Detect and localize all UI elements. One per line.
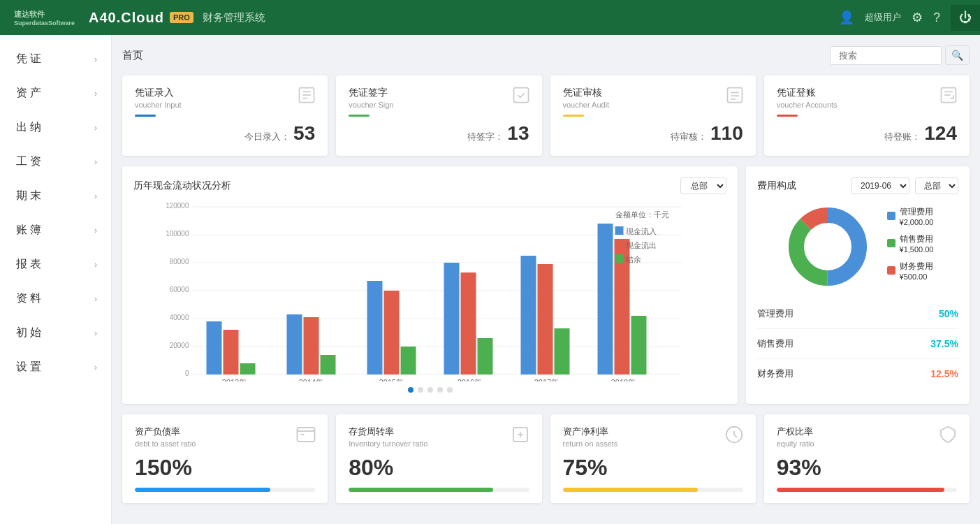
user-icon: 👤 — [839, 10, 854, 25]
nav-dot-4[interactable] — [437, 387, 443, 393]
bottom-card-asset-ratio[interactable]: 资产负债率 debt to asset ratio 150% — [122, 414, 328, 503]
logo: 速达软件 SuperdatasSoftware — [14, 9, 75, 27]
chevron-right-icon: › — [94, 191, 97, 201]
bar — [287, 314, 302, 374]
card-count: 待签字：13 — [349, 122, 529, 145]
nav-dot-2[interactable] — [418, 387, 423, 393]
card-count: 今日录入：53 — [135, 122, 315, 145]
card-icon — [725, 85, 745, 107]
bottom-card-title: 存货周转率 — [349, 425, 529, 438]
breadcrumb: 首页 — [122, 49, 143, 62]
donut-legend: 管理费用 ¥2,000.00 销售费用 ¥1,500.00 — [887, 206, 934, 288]
sidebar-label-cashier: 出 纳 — [16, 120, 41, 135]
bottom-card-title: 产权比率 — [777, 425, 957, 438]
legend-box-finance — [887, 266, 895, 275]
bar — [444, 263, 460, 374]
bottom-card-icon — [510, 424, 531, 447]
sidebar-item-period-end[interactable]: 期 末 › — [0, 179, 111, 213]
bar — [631, 316, 647, 374]
chevron-right-icon: › — [94, 294, 97, 304]
search-button[interactable]: 🔍 — [945, 45, 970, 65]
card-voucher-accounts[interactable]: 凭证登账 voucher Accounts 待登账：124 — [764, 75, 970, 156]
fee-title: 费用构成 — [757, 180, 796, 192]
sidebar-item-salary[interactable]: 工 资 › — [0, 145, 111, 179]
nav-dot-5[interactable] — [447, 387, 453, 393]
chart-title: 历年现金流动状况分析 — [133, 180, 231, 192]
search-input[interactable] — [830, 46, 942, 65]
progress-fill — [563, 488, 699, 492]
progress-bar — [349, 488, 529, 492]
bar — [478, 338, 493, 374]
bar — [367, 281, 383, 374]
svg-text:0: 0 — [185, 370, 189, 377]
sidebar-item-cashier[interactable]: 出 纳 › — [0, 110, 111, 145]
chevron-right-icon: › — [94, 328, 97, 338]
fee-panel: 费用构成 2019-06 总部 — [746, 166, 970, 404]
bar-chart-svg: 120000 100000 80000 60000 40000 20000 0 — [133, 200, 726, 381]
chevron-right-icon: › — [94, 54, 97, 64]
bottom-card-sub: debt to asset ratio — [135, 439, 315, 448]
settings-icon[interactable]: ⚙ — [912, 10, 923, 25]
card-subtitle: voucher Input — [135, 101, 315, 109]
bar — [401, 347, 416, 374]
sidebar-item-data[interactable]: 资 料 › — [0, 282, 111, 316]
sidebar-item-settings[interactable]: 设 置 › — [0, 350, 111, 384]
card-voucher-sign[interactable]: 凭证签字 voucher Sign 待签字：13 — [336, 75, 541, 156]
bar — [598, 224, 613, 374]
svg-rect-35 — [615, 240, 624, 249]
fee-selects: 2019-06 总部 — [851, 177, 958, 194]
card-line — [563, 115, 584, 117]
card-voucher-audit[interactable]: 凭证审核 voucher Audit 待审核：110 — [550, 75, 756, 156]
bottom-card-sub: equity ratio — [777, 439, 957, 448]
fee-row-management: 管理费用 50% — [757, 299, 958, 329]
card-subtitle: voucher Accounts — [777, 101, 957, 109]
legend-box-management — [887, 212, 895, 220]
bottom-card-return-on-assets[interactable]: 资产净利率 return on assets 75% — [550, 414, 756, 503]
power-icon[interactable]: ⏻ — [951, 5, 980, 31]
top-bar: 首页 🔍 — [122, 45, 970, 65]
bottom-card-icon — [724, 424, 745, 447]
sidebar-item-ledger[interactable]: 账 簿 › — [0, 213, 111, 247]
nav-dot-1[interactable] — [408, 387, 414, 393]
sidebar-item-voucher[interactable]: 凭 证 › — [0, 42, 111, 76]
svg-text:100000: 100000 — [166, 230, 189, 238]
bottom-card-title: 资产净利率 — [563, 425, 743, 438]
legend-sales: 销售费用 ¥1,500.00 — [887, 233, 934, 254]
fee-date-select[interactable]: 2019-06 — [851, 177, 909, 194]
count-value: 53 — [293, 122, 315, 144]
card-count: 待登账：124 — [777, 122, 957, 145]
nav-dot-3[interactable] — [427, 387, 433, 393]
sidebar-item-assets[interactable]: 资 产 › — [0, 76, 111, 110]
bottom-card-icon — [295, 424, 316, 447]
legend-box-sales — [887, 239, 895, 247]
bottom-card-sub: return on assets — [563, 439, 743, 448]
sidebar-item-reports[interactable]: 报 表 › — [0, 247, 111, 282]
bar — [461, 272, 476, 374]
bar — [224, 330, 239, 374]
progress-fill — [777, 488, 944, 492]
fee-row-finance: 财务费用 12.5% — [757, 359, 958, 388]
bottom-cards-row: 资产负债率 debt to asset ratio 150% 存货周转率 Inv… — [122, 414, 970, 503]
card-title: 凭证登账 — [777, 87, 957, 99]
svg-text:120000: 120000 — [166, 202, 189, 210]
legend-management: 管理费用 ¥2,000.00 — [887, 206, 934, 226]
header-right: 👤 超级用户 ⚙ ? ⏻ — [839, 5, 966, 31]
main-content: 首页 🔍 凭证录入 voucher Input 今日录入：53 凭证签字 — [112, 35, 980, 524]
bottom-card-inventory-turnover[interactable]: 存货周转率 Inventory turnover ratio 80% — [336, 414, 541, 503]
help-icon[interactable]: ? — [933, 10, 940, 25]
svg-text:40000: 40000 — [170, 314, 189, 321]
sidebar-item-initial[interactable]: 初 始 › — [0, 316, 111, 350]
fee-dept-select[interactable]: 总部 — [915, 177, 958, 194]
app-title: A40.Cloud — [89, 10, 164, 26]
card-count: 待审核：110 — [563, 122, 743, 145]
card-title: 凭证录入 — [135, 87, 315, 99]
card-voucher-input[interactable]: 凭证录入 voucher Input 今日录入：53 — [122, 75, 328, 156]
bottom-card-equity-ratio[interactable]: 产权比率 equity ratio 93% — [764, 414, 970, 503]
dept-select[interactable]: 总部 — [680, 177, 726, 194]
sidebar-label-assets: 资 产 — [16, 86, 41, 101]
bar — [555, 328, 570, 374]
card-icon — [297, 85, 316, 110]
bottom-card-title: 资产负债率 — [135, 425, 315, 438]
header: 速达软件 SuperdatasSoftware A40.Cloud PRO 财务… — [0, 0, 980, 35]
svg-text:2016年: 2016年 — [458, 378, 482, 381]
